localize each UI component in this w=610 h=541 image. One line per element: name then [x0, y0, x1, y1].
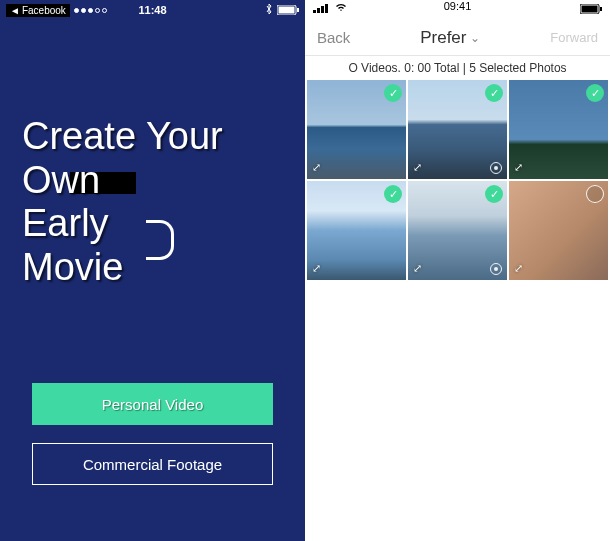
photo-item[interactable]: ✓ ⤢	[307, 181, 406, 280]
status-bar-right: 09:41	[305, 0, 610, 20]
info-text: O Videos. 0: 00 Total | 5 Selected Photo…	[348, 61, 566, 75]
battery-icon	[277, 5, 299, 15]
cellular-signal-icon	[313, 4, 328, 13]
live-photo-icon	[490, 263, 502, 275]
photo-item[interactable]: ✓ ⤢	[408, 181, 507, 280]
welcome-screen: ◄ Facebook 11:48 Create Your Own Early M…	[0, 0, 305, 541]
selection-check-icon[interactable]	[586, 185, 604, 203]
button-label: Commercial Footage	[83, 456, 222, 473]
wifi-icon	[335, 3, 347, 14]
selection-check-icon[interactable]: ✓	[586, 84, 604, 102]
battery-icon	[580, 4, 602, 16]
photo-item[interactable]: ✓ ⤢	[408, 80, 507, 179]
commercial-footage-button[interactable]: Commercial Footage	[32, 443, 273, 485]
photo-item[interactable]: ✓ ⤢	[307, 80, 406, 179]
selection-check-icon[interactable]: ✓	[485, 84, 503, 102]
selection-check-icon[interactable]: ✓	[384, 84, 402, 102]
back-to-app[interactable]: ◄ Facebook	[6, 4, 70, 17]
expand-icon[interactable]: ⤢	[312, 161, 321, 174]
navigation-bar: Back Prefer ⌄ Forward	[305, 20, 610, 56]
bluetooth-icon	[265, 3, 273, 17]
action-buttons: Personal Video Commercial Footage	[32, 383, 273, 485]
selection-check-icon[interactable]: ✓	[384, 185, 402, 203]
expand-icon[interactable]: ⤢	[514, 262, 523, 275]
personal-video-button[interactable]: Personal Video	[32, 383, 273, 425]
expand-icon[interactable]: ⤢	[514, 161, 523, 174]
svg-rect-5	[600, 7, 602, 11]
status-bar-left: ◄ Facebook 11:48	[0, 0, 305, 20]
photo-grid: ✓ ⤢ ✓ ⤢ ✓ ⤢ ✓ ⤢ ✓ ⤢ ⤢	[305, 80, 610, 280]
hero-line-1: Create Your Own	[22, 115, 305, 202]
photo-item[interactable]: ✓ ⤢	[509, 80, 608, 179]
selection-info: O Videos. 0: 00 Total | 5 Selected Photo…	[305, 56, 610, 80]
hero-line-2: Early	[22, 202, 305, 246]
button-label: Personal Video	[102, 396, 203, 413]
back-app-label: Facebook	[22, 5, 66, 16]
chevron-down-icon: ⌄	[470, 31, 480, 45]
hero-title: Create Your Own Early Movie	[22, 115, 305, 290]
svg-rect-2	[297, 8, 299, 12]
forward-button[interactable]: Forward	[550, 30, 598, 45]
hero-line-3: Movie	[22, 246, 305, 290]
back-label: Back	[317, 29, 350, 46]
svg-rect-1	[279, 7, 295, 14]
title-dropdown[interactable]: Prefer ⌄	[420, 28, 480, 48]
title-label: Prefer	[420, 28, 466, 48]
status-time: 11:48	[138, 4, 166, 16]
expand-icon[interactable]: ⤢	[413, 262, 422, 275]
status-time: 09:41	[444, 0, 472, 12]
svg-rect-4	[582, 6, 598, 13]
photo-picker-screen: 09:41 Back Prefer ⌄ Forward O Videos. 0:…	[305, 0, 610, 541]
back-button[interactable]: Back	[317, 29, 350, 46]
live-photo-icon	[490, 162, 502, 174]
back-caret-icon: ◄	[10, 5, 20, 16]
signal-strength-icon	[74, 8, 107, 13]
selection-check-icon[interactable]: ✓	[485, 185, 503, 203]
forward-label: Forward	[550, 30, 598, 45]
photo-item[interactable]: ⤢	[509, 181, 608, 280]
expand-icon[interactable]: ⤢	[312, 262, 321, 275]
expand-icon[interactable]: ⤢	[413, 161, 422, 174]
